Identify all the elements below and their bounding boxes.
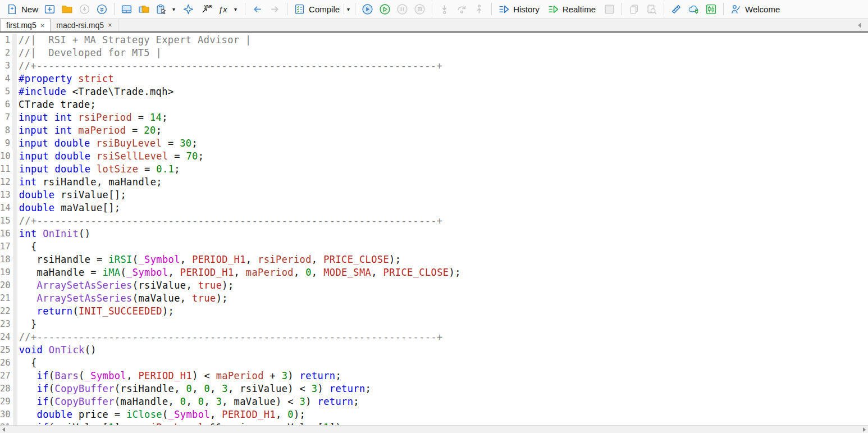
code-line[interactable]: 15//+-----------------------------------…	[0, 215, 868, 227]
fold-margin	[12, 85, 17, 98]
code-line[interactable]: 18 rsiHandle = iRSI(_Symbol, PERIOD_H1, …	[0, 253, 868, 266]
code-line[interactable]: 8input int maPeriod = 20;	[0, 124, 868, 137]
line-number: 3	[0, 60, 12, 72]
pause-button[interactable]	[394, 2, 411, 17]
fold-margin	[13, 344, 17, 357]
code-line[interactable]: 16int OnInit()	[0, 227, 868, 240]
line-number: 10	[0, 150, 13, 163]
step-out-button[interactable]	[470, 2, 488, 17]
code-line[interactable]: 23 }	[0, 318, 868, 331]
tab-first-mq5[interactable]: first.mq5 ×	[0, 19, 51, 31]
line-number: 6	[0, 98, 12, 111]
tab-close-icon[interactable]: ×	[108, 21, 112, 29]
code-line[interactable]: 11input double lotSize = 0.1;	[0, 163, 868, 176]
window-layout-button[interactable]	[118, 2, 135, 17]
history-button[interactable]: History	[495, 2, 542, 17]
line-number: 17	[0, 240, 13, 253]
realtime-button[interactable]: Realtime	[545, 2, 599, 17]
code-line[interactable]: 21 ArraySetAsSeries(maValue, true);	[0, 292, 868, 305]
tab-scroll-left-icon[interactable]	[858, 22, 861, 28]
code-line[interactable]: 22 return(INIT_SUCCEEDED);	[0, 305, 868, 318]
code-line[interactable]: 27 if(Bars(_Symbol, PERIOD_H1) < maPerio…	[0, 370, 868, 382]
code-line[interactable]: 17 {	[0, 240, 868, 253]
code-line[interactable]: 14double maValue[];	[0, 202, 868, 215]
save-all-button[interactable]	[93, 2, 111, 17]
welcome-button[interactable]: Welcome	[727, 2, 783, 17]
line-number: 18	[0, 253, 13, 266]
run-button[interactable]	[376, 2, 394, 17]
code-line[interactable]: 10input double rsiSellLevel = 70;	[0, 150, 868, 163]
line-number: 28	[0, 382, 13, 395]
debug-restart-button[interactable]	[359, 2, 376, 17]
pane-toggle-button[interactable]	[601, 2, 618, 17]
code-line[interactable]: 31 if(rsiValue[1] < rsiBuyLevel && price…	[0, 421, 868, 425]
ai-assistant-button[interactable]	[180, 2, 197, 17]
fold-margin	[13, 215, 17, 227]
navigate-forward-button[interactable]	[266, 2, 284, 17]
chart-button[interactable]	[702, 2, 720, 17]
tab-label: macd-rsi.mq5	[56, 21, 104, 30]
new-file-button[interactable]: New	[3, 2, 41, 17]
code-line[interactable]: 29 if(CopyBuffer(maHandle, 0, 0, 3, maVa…	[0, 395, 868, 408]
toolbar-separator	[432, 3, 432, 15]
step-into-button[interactable]	[436, 2, 453, 17]
code-line[interactable]: 25void OnTick()	[0, 344, 868, 357]
code-line[interactable]: 7input int rsiPeriod = 14;	[0, 111, 868, 124]
code-line[interactable]: 24//+-----------------------------------…	[0, 331, 868, 344]
tab-close-icon[interactable]: ×	[40, 22, 45, 29]
line-number: 24	[0, 331, 13, 344]
code-text: //| RSI + MA Strategy Expert Advisor |	[17, 34, 252, 47]
search-in-file-button[interactable]	[643, 2, 660, 17]
code-line[interactable]: 1//| RSI + MA Strategy Expert Advisor |	[0, 34, 868, 47]
code-line[interactable]: 28 if(CopyBuffer(rsiHandle, 0, 0, 3, rsi…	[0, 382, 868, 395]
navigate-back-button[interactable]	[249, 2, 266, 17]
line-number: 5	[0, 85, 12, 98]
compile-checklist-icon	[294, 3, 305, 15]
code-line[interactable]: 30 double price = iClose(_Symbol, PERIOD…	[0, 408, 868, 421]
code-text: if(CopyBuffer(maHandle, 0, 0, 3, maValue…	[17, 395, 359, 408]
code-line[interactable]: 20 ArraySetAsSeries(rsiValue, true);	[0, 279, 868, 292]
code-text: input double lotSize = 0.1;	[17, 163, 180, 176]
code-line[interactable]: 6CTrade trade;	[0, 98, 868, 111]
code-line[interactable]: 19 maHandle = iMA(_Symbol, PERIOD_H1, ma…	[0, 266, 868, 279]
tab-macd-rsi-mq5[interactable]: macd-rsi.mq5 ×	[51, 19, 118, 31]
hscroll-right-icon[interactable]	[863, 427, 866, 432]
paste-dropdown-caret[interactable]: ▾	[171, 6, 177, 12]
line-number: 8	[0, 124, 12, 137]
search-file-icon	[646, 3, 657, 15]
compile-button[interactable]: Compile	[291, 2, 342, 17]
goto-variable-button[interactable]: VAR	[197, 2, 214, 17]
styler-button[interactable]	[668, 2, 685, 17]
fold-margin	[13, 370, 17, 382]
code-line[interactable]: 2//| Developed for MT5 |	[0, 47, 868, 60]
insert-function-button[interactable]: ƒx ▾	[214, 2, 241, 17]
horizontal-scrollbar[interactable]	[0, 425, 868, 433]
stop-icon	[414, 3, 426, 15]
stop-button[interactable]	[411, 2, 428, 17]
function-dropdown-caret[interactable]: ▾	[232, 6, 239, 12]
hscroll-left-icon[interactable]	[2, 427, 5, 432]
debug-restart-icon	[362, 3, 373, 15]
line-number: 19	[0, 266, 13, 279]
copy-button[interactable]	[625, 2, 643, 17]
code-line[interactable]: 4#property strict	[0, 72, 868, 85]
code-editor[interactable]: 1//| RSI + MA Strategy Expert Advisor |2…	[0, 33, 868, 425]
code-line[interactable]: 26 {	[0, 357, 868, 370]
fold-margin	[13, 331, 17, 344]
cloud-protect-button[interactable]	[685, 2, 702, 17]
step-into-icon	[438, 3, 450, 15]
paste-button[interactable]: ▾	[153, 2, 180, 17]
code-line[interactable]: 12int rsiHandle, maHandle;	[0, 176, 868, 189]
code-line[interactable]: 5#include <Trade\Trade.mqh>	[0, 85, 868, 98]
code-line[interactable]: 3//+------------------------------------…	[0, 60, 868, 72]
code-line[interactable]: 13double rsiValue[];	[0, 189, 868, 202]
code-line[interactable]: 9input double rsiBuyLevel = 30;	[0, 137, 868, 150]
realtime-label: Realtime	[563, 4, 596, 14]
compile-dropdown-caret[interactable]: ▾	[345, 6, 351, 12]
step-over-button[interactable]	[453, 2, 470, 17]
toolbar-separator	[622, 3, 622, 15]
new-window-button[interactable]	[41, 2, 58, 17]
save-button[interactable]	[76, 2, 93, 17]
open-file-button[interactable]	[58, 2, 76, 17]
folder-window-button[interactable]	[135, 2, 153, 17]
